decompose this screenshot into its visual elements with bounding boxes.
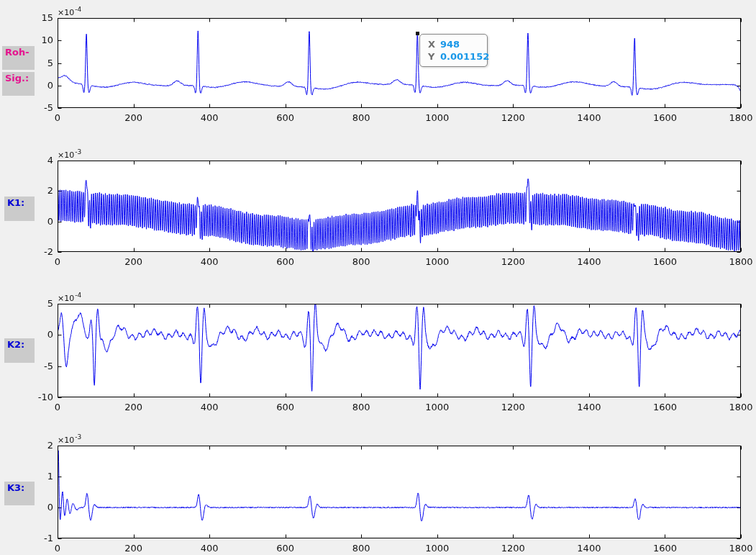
side-label-k3: K3: <box>4 482 35 505</box>
datatip-y-value: 0.001152 <box>440 51 489 62</box>
datatip-x-row: X948 <box>428 38 487 50</box>
datatip-marker <box>416 32 419 35</box>
datatip[interactable]: X948 Y0.001152 <box>419 34 488 67</box>
plot-area-k2[interactable] <box>58 304 741 397</box>
plot-area-k3[interactable] <box>58 446 741 538</box>
datatip-x-value: 948 <box>440 39 460 50</box>
side-label-k1: K1: <box>4 197 35 221</box>
plot-area-rohsig[interactable] <box>58 18 741 108</box>
side-label-sig: Sig.: <box>2 72 35 96</box>
side-label-k2: K2: <box>4 338 35 363</box>
side-label-roh: Roh- <box>2 46 35 70</box>
datatip-x-label: X <box>428 38 440 50</box>
datatip-y-row: Y0.001152 <box>428 50 487 63</box>
figure-area: Roh- Sig.: K1: K2: K3: X948 Y0.001152 <box>0 0 756 555</box>
plot-area-k1[interactable] <box>58 161 741 252</box>
datatip-y-label: Y <box>428 50 440 63</box>
